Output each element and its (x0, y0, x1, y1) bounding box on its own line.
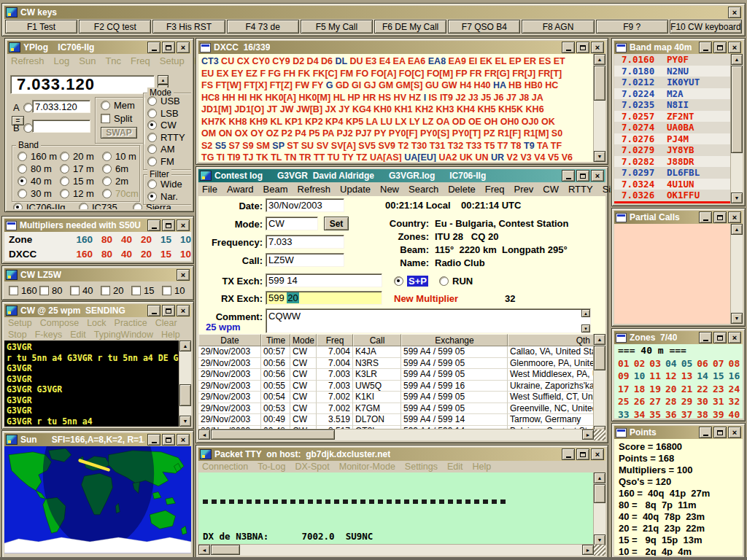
cw-key-button[interactable]: F9 ? (596, 20, 668, 34)
log-row[interactable]: 29/Nov/200300:56CW7.004N3RS599 A4 / 599 … (198, 358, 594, 370)
minimize-button[interactable] (562, 448, 575, 460)
scrollbar-thumb[interactable] (211, 545, 240, 555)
column-header-exchange[interactable]: Exchange (401, 334, 508, 346)
scroll-down-button[interactable]: ▼ (179, 416, 191, 427)
dxcc-scrollbar[interactable]: ▲ ▼ (593, 54, 605, 162)
tx-exchange-field[interactable]: 599 14 (266, 273, 382, 287)
band-radio-40m[interactable]: 40 m (18, 176, 52, 187)
spin-up-button[interactable]: ▲ (158, 75, 169, 85)
menu-item[interactable]: Refresh (11, 55, 44, 66)
maximize-button[interactable] (713, 427, 727, 438)
bandmap-spot[interactable]: 7.0331LZ5W (614, 201, 731, 204)
frequency-field[interactable]: 7.033 (266, 235, 344, 249)
menu-item[interactable]: Help (161, 330, 180, 340)
mode-radio-lsb[interactable]: LSB (147, 108, 179, 119)
band-radio-17m[interactable]: 17 m (60, 163, 94, 174)
partial-calls-list[interactable] (614, 224, 731, 324)
close-button[interactable]: × (177, 42, 190, 53)
rig-radio-ic706-iig[interactable]: IC706-IIg (13, 202, 65, 209)
close-button[interactable]: × (728, 427, 741, 438)
rig-radio-ic735[interactable]: IC735 (79, 202, 117, 209)
band-radio-70cm[interactable]: 70cm (102, 188, 139, 199)
log-table-scrollbar[interactable]: ▲ ▼ (593, 334, 605, 437)
minimize-button[interactable] (699, 427, 712, 438)
band-map-scrollbar[interactable]: ▲ ▼ (730, 54, 743, 203)
menu-item[interactable]: Beam (263, 184, 288, 195)
scroll-down-button[interactable]: ▼ (594, 534, 605, 545)
minimize-button[interactable] (699, 332, 712, 343)
menu-item[interactable]: DX-Spot (295, 462, 329, 472)
minimize-button[interactable] (699, 42, 712, 53)
packet-titlebar[interactable]: Packet TTY on host: gb7djk.dxcluster.net… (198, 448, 605, 461)
log-row[interactable]: 29/Nov/200300:57CW7.004K4JA599 A4 / 599 … (198, 346, 594, 358)
bandmap-spot[interactable]: 7.0224M2A (614, 88, 731, 100)
cw-terminal-scrollbar[interactable]: ▲ ▼ (179, 341, 191, 427)
band-checkbox-15[interactable]: 15 (131, 285, 154, 296)
menu-item[interactable]: Delete (448, 184, 476, 195)
comment-scrollbar[interactable]: ▲ ▼ (581, 309, 591, 332)
minimize-button[interactable] (699, 211, 712, 223)
set-button[interactable]: Set (324, 217, 349, 230)
bandmap-spot[interactable]: 7.0326OK1FFU (614, 190, 731, 201)
contest-log-titlebar[interactable]: Contest log G3VGR David Aldridge G3VGR.l… (198, 169, 605, 182)
band-radio-15m[interactable]: 15 m (60, 176, 94, 187)
scrollbar-thumb[interactable] (731, 66, 743, 153)
log-row[interactable]: 29/Nov/200300:53CW7.002K7GM599 A4 / 599 … (198, 403, 594, 415)
log-table-hscrollbar[interactable]: ◄ ► (198, 429, 594, 440)
scrollbar-thumb[interactable] (594, 346, 605, 370)
cw-send-terminal[interactable]: G3VGRr tu 5nn a4 G3VGR r tu 5nn a4 DE G3… (4, 341, 179, 427)
vfo-a-field[interactable]: 7.033.120 (32, 100, 90, 113)
maximize-button[interactable] (576, 170, 589, 182)
close-button[interactable]: × (591, 170, 604, 182)
filter-radio-nar[interactable]: Nar. (147, 191, 178, 202)
cw-key-button[interactable]: F7 QSO B4 (448, 20, 520, 34)
maximize-button[interactable] (713, 42, 727, 53)
mode-radio-cw[interactable]: CW (147, 120, 177, 131)
scroll-up-button[interactable]: ▲ (179, 341, 191, 351)
menu-item[interactable]: Setup (160, 55, 185, 66)
close-button[interactable]: × (177, 269, 190, 281)
dxcc-prefix-list[interactable]: CT3 CU CX CY0 CY9 D2 D4 D6 DL DU E3 E4 E… (198, 54, 594, 162)
mem-radio[interactable]: Mem (101, 100, 135, 111)
comment-field[interactable]: CQWW (266, 308, 591, 333)
scroll-up-button[interactable]: ▲ (594, 334, 605, 345)
band-radio-12m[interactable]: 12 m (60, 188, 94, 199)
resize-grip[interactable] (594, 429, 605, 440)
band-checkbox-40[interactable]: 40 (70, 285, 93, 296)
scrollbar-thumb[interactable] (594, 66, 605, 101)
column-header-date[interactable]: Date (198, 334, 261, 346)
bandmap-spot[interactable]: 7.0235N8II (614, 99, 731, 111)
scroll-down-button[interactable]: ▼ (581, 324, 590, 332)
column-header-time[interactable]: Time (261, 334, 290, 346)
close-button[interactable]: × (728, 332, 741, 343)
maximize-button[interactable] (162, 219, 175, 231)
scroll-down-button[interactable]: ▼ (731, 192, 743, 203)
bandmap-spot[interactable]: 7.0274UA0BA (614, 122, 731, 133)
minimize-button[interactable] (147, 305, 160, 316)
cw-key-button[interactable]: F8 AGN (522, 20, 594, 34)
scroll-left-button[interactable]: ◄ (198, 545, 210, 555)
cw-key-button[interactable]: F2 CQ test (79, 20, 151, 34)
menu-item[interactable]: Freq (485, 184, 505, 195)
rig-radio-sierra[interactable]: Sierra (133, 202, 171, 209)
bandmap-spot[interactable]: 7.0297DL6FBL (614, 167, 731, 179)
menu-item[interactable]: CW (543, 184, 559, 195)
vfo-a-radio[interactable]: A (13, 102, 33, 113)
close-button[interactable]: × (177, 219, 190, 231)
call-field[interactable]: LZ5W (266, 253, 344, 267)
column-header-freq[interactable]: Freq (317, 334, 353, 346)
vfo-b-field[interactable] (32, 120, 90, 133)
menu-item[interactable]: TypingWindow (94, 330, 153, 340)
menu-item[interactable]: Monitor-Mode (339, 462, 395, 472)
menu-item[interactable]: Clear (155, 318, 177, 328)
menu-item[interactable]: Refresh (298, 184, 331, 195)
dx-cluster-terminal[interactable]: DX de N3BNA: 7002.0 SU9NCDX de N6ZS: 210… (198, 472, 594, 545)
maximize-button[interactable] (713, 332, 727, 343)
zones-titlebar[interactable]: Zones 7/40 × (614, 331, 743, 344)
scroll-right-button[interactable]: ► (582, 429, 594, 440)
date-field[interactable]: 30/Nov/2003 (266, 198, 344, 212)
log-row[interactable]: 29/Nov/200300:49CW3.519DL7ON599 A4 / 599… (198, 414, 594, 426)
band-radio-160m[interactable]: 160 m (18, 151, 57, 162)
menu-item[interactable]: Setup (8, 318, 32, 328)
column-header-call[interactable]: Call (353, 334, 401, 346)
